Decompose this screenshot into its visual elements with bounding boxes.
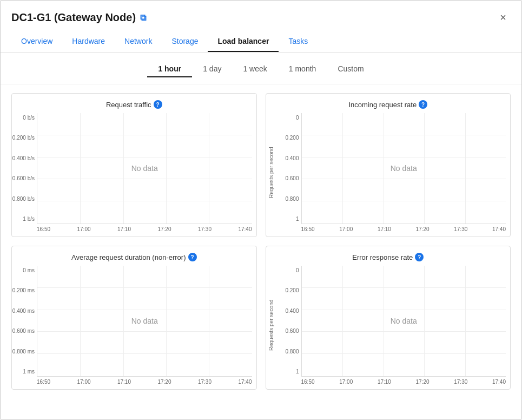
time-range-tabs: 1 hour 1 day 1 week 1 month Custom xyxy=(1,52,521,84)
x-axis-error-response-rate: 16:50 17:00 17:10 17:20 17:30 17:40 xyxy=(276,377,506,385)
y-axis-error-response-rate: 1 0.800 0.600 0.400 0.200 0 xyxy=(276,266,301,377)
chart-incoming-request-rate-area: Requests per second 1 0.800 0.600 0.400 … xyxy=(266,113,511,232)
plot-area-avg-request-duration: No data xyxy=(37,266,252,377)
y-axis-request-traffic: 1 b/s 0.800 b/s 0.600 b/s 0.400 b/s 0.20… xyxy=(12,113,37,224)
charts-grid: Request traffic ? 1 b/s 0.800 b/s 0.600 … xyxy=(1,84,521,401)
help-icon-avg-request-duration[interactable]: ? xyxy=(188,253,197,261)
time-tab-custom[interactable]: Custom xyxy=(327,61,374,77)
plot-area-error-response-rate: No data xyxy=(301,266,506,377)
tab-tasks[interactable]: Tasks xyxy=(279,31,318,52)
no-data-error-response-rate: No data xyxy=(391,317,417,325)
chart-request-traffic-area: 1 b/s 0.800 b/s 0.600 b/s 0.400 b/s 0.20… xyxy=(12,113,256,232)
x-axis-request-traffic: 16:50 17:00 17:10 17:20 17:30 17:40 xyxy=(12,224,252,232)
x-axis-avg-request-duration: 16:50 17:00 17:10 17:20 17:30 17:40 xyxy=(12,377,252,385)
tab-overview[interactable]: Overview xyxy=(11,31,62,52)
time-tab-1month[interactable]: 1 month xyxy=(278,61,327,77)
modal-container: DC1-G1 (Gateway Node) ⧉ × Overview Hardw… xyxy=(0,0,522,420)
no-data-request-traffic: No data xyxy=(131,164,158,173)
tab-storage[interactable]: Storage xyxy=(162,31,208,52)
main-tabs-nav: Overview Hardware Network Storage Load b… xyxy=(1,31,521,52)
no-data-avg-request-duration: No data xyxy=(131,317,158,325)
chart-avg-request-duration-title: Average request duration (non-error) ? xyxy=(12,253,256,261)
help-icon-request-traffic[interactable]: ? xyxy=(154,100,162,109)
y-axis-label-incoming: Requests per second xyxy=(266,113,276,232)
time-tab-1week[interactable]: 1 week xyxy=(232,61,277,77)
chart-error-response-rate: Error response rate ? Requests per secon… xyxy=(266,246,511,390)
time-tab-1day[interactable]: 1 day xyxy=(192,61,232,77)
x-axis-incoming-request-rate: 16:50 17:00 17:10 17:20 17:30 17:40 xyxy=(276,224,506,232)
help-icon-error-response-rate[interactable]: ? xyxy=(415,253,424,261)
plot-area-incoming-request-rate: No data xyxy=(301,113,506,224)
plot-area-request-traffic: No data xyxy=(37,113,252,224)
modal-header: DC1-G1 (Gateway Node) ⧉ × xyxy=(1,1,521,31)
title-text: DC1-G1 (Gateway Node) xyxy=(11,11,136,24)
close-button[interactable]: × xyxy=(495,9,511,26)
chart-error-response-rate-title: Error response rate ? xyxy=(266,253,511,261)
external-link-icon[interactable]: ⧉ xyxy=(140,13,146,23)
time-tab-1hour[interactable]: 1 hour xyxy=(147,61,192,77)
y-axis-label-error: Requests per second xyxy=(266,266,276,385)
tab-network[interactable]: Network xyxy=(115,31,162,52)
modal-title: DC1-G1 (Gateway Node) ⧉ xyxy=(11,11,146,24)
tab-hardware[interactable]: Hardware xyxy=(62,31,115,52)
chart-error-response-rate-area: Requests per second 1 0.800 0.600 0.400 … xyxy=(266,266,511,385)
help-icon-incoming-request-rate[interactable]: ? xyxy=(419,100,427,109)
chart-avg-request-duration-area: 1 ms 0.800 ms 0.600 ms 0.400 ms 0.200 ms… xyxy=(12,266,256,385)
no-data-incoming-request-rate: No data xyxy=(391,164,417,173)
chart-request-traffic-title: Request traffic ? xyxy=(12,100,256,109)
tab-load-balancer[interactable]: Load balancer xyxy=(208,31,279,52)
chart-avg-request-duration: Average request duration (non-error) ? 1… xyxy=(11,246,257,390)
chart-request-traffic: Request traffic ? 1 b/s 0.800 b/s 0.600 … xyxy=(11,93,257,237)
y-axis-avg-request-duration: 1 ms 0.800 ms 0.600 ms 0.400 ms 0.200 ms… xyxy=(12,266,37,377)
chart-incoming-request-rate: Incoming request rate ? Requests per sec… xyxy=(266,93,511,237)
y-axis-incoming-request-rate: 1 0.800 0.600 0.400 0.200 0 xyxy=(276,113,301,224)
chart-incoming-request-rate-title: Incoming request rate ? xyxy=(266,100,511,109)
